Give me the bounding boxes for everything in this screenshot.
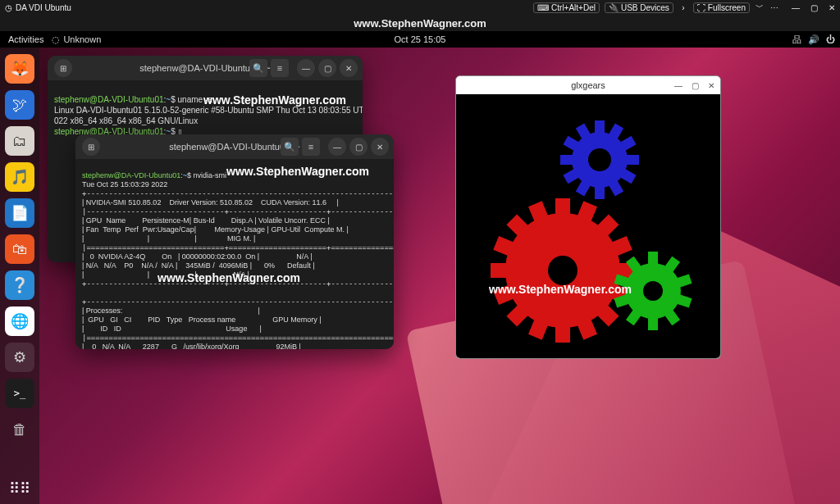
network-icon[interactable]: 品 [792, 34, 801, 46]
terminal-icon[interactable]: >_ [5, 379, 34, 408]
minimize-button[interactable]: — [791, 2, 801, 12]
watermark-text: www.StephenWagner.com [203, 95, 346, 106]
power-icon[interactable]: ⏻ [826, 34, 835, 44]
rhythmbox-icon[interactable]: 🎵 [5, 162, 34, 192]
firefox-icon[interactable]: 🦊 [5, 54, 34, 84]
glxgears-canvas: www.StephenWagner.com [456, 94, 720, 359]
fullscreen-button[interactable]: ⛶ Fullscreen [693, 2, 750, 13]
glxgears-window[interactable]: glxgears — ▢ ✕ [455, 75, 721, 359]
unknown-app-icon: ◌ [52, 34, 60, 45]
new-tab-button[interactable]: ⊞ [82, 138, 100, 156]
svg-point-4 [588, 148, 611, 171]
t2-close-button[interactable]: ✕ [371, 138, 389, 156]
system-tray[interactable]: 品 🔊 ⏻ [792, 34, 835, 46]
svg-point-10 [643, 281, 663, 301]
ctrl-alt-del-button[interactable]: ⌨ Ctrl+Alt+Del [533, 2, 600, 13]
red-gear-icon [491, 198, 635, 343]
blue-gear-icon [560, 120, 639, 199]
horizon-tab-title: DA VDI Ubuntu [16, 3, 71, 12]
chevron-right-icon[interactable]: › [678, 2, 688, 12]
thunderbird-icon[interactable]: 🕊 [5, 90, 34, 120]
svg-point-7 [548, 256, 578, 285]
t1-close-button[interactable]: ✕ [340, 59, 358, 77]
glx-minimize-button[interactable]: — [673, 79, 684, 91]
t2-minimize-button[interactable]: — [328, 138, 346, 156]
activities-button[interactable]: Activities [0, 34, 52, 44]
dock: 🦊 🕊 🗂 🎵 📄 🛍 ❔ 🌐 ⚙ >_ 🗑 ⠿⠿ [0, 48, 39, 504]
files-icon[interactable]: 🗂 [5, 126, 34, 156]
terminal1-titlebar[interactable]: ⊞ stephenw@DA-VDI-Ubuntu01: ~ 🔍 ≡ — ▢ ✕ [48, 56, 363, 80]
trash-icon[interactable]: 🗑 [5, 415, 34, 444]
search-icon[interactable]: 🔍 [249, 59, 267, 77]
t1-minimize-button[interactable]: — [297, 59, 315, 77]
t1-maximize-button[interactable]: ▢ [318, 59, 336, 77]
help-icon[interactable]: ❔ [5, 270, 34, 300]
header-watermark: www.StephenWagner.com [0, 15, 840, 31]
ubuntu-icon: ◷ [5, 3, 12, 12]
settings-icon[interactable]: ⚙ [5, 343, 34, 372]
chevron-down-icon[interactable]: ﹀ [755, 2, 765, 12]
volume-icon[interactable]: 🔊 [808, 34, 819, 45]
terminal2-titlebar[interactable]: ⊞ stephenw@DA-VDI-Ubuntu01: ~ 🔍 ≡ — ▢ ✕ [75, 134, 394, 159]
software-icon[interactable]: 🛍 [5, 234, 34, 264]
new-tab-button[interactable]: ⊞ [54, 59, 72, 77]
search-icon[interactable]: 🔍 [281, 138, 299, 156]
horizon-tab[interactable]: ◷ DA VDI Ubuntu [0, 2, 76, 14]
chrome-icon[interactable]: 🌐 [5, 306, 34, 336]
svg-rect-6 [555, 198, 570, 218]
writer-icon[interactable]: 📄 [5, 198, 34, 228]
clock[interactable]: Oct 25 15:05 [395, 34, 446, 44]
terminal2-body[interactable]: stephenw@DA-VDI-Ubuntu01:~$ nvidia-smi T… [75, 159, 394, 349]
show-apps-button[interactable]: ⠿⠿ [9, 479, 30, 497]
close-button[interactable]: ✕ [827, 2, 837, 12]
more-icon[interactable]: ⋯ [769, 2, 779, 12]
terminal-window-2[interactable]: ⊞ stephenw@DA-VDI-Ubuntu01: ~ 🔍 ≡ — ▢ ✕ … [75, 134, 394, 349]
t2-maximize-button[interactable]: ▢ [349, 138, 368, 156]
glxgears-titlebar[interactable]: glxgears — ▢ ✕ [456, 76, 720, 94]
hamburger-icon[interactable]: ≡ [302, 138, 320, 156]
maximize-button[interactable]: ▢ [809, 2, 819, 12]
svg-rect-3 [595, 120, 605, 135]
svg-rect-9 [648, 252, 658, 266]
gnome-top-panel: Activities ◌ Unknown Oct 25 15:05 品 🔊 ⏻ [0, 31, 840, 48]
window-controls: — ▢ ✕ [791, 2, 837, 12]
glxgears-title: glxgears [571, 80, 605, 90]
watermark-text: www.StephenWagner.com [226, 167, 369, 176]
focused-app-indicator[interactable]: ◌ Unknown [52, 34, 101, 45]
glx-close-button[interactable]: ✕ [705, 79, 717, 91]
horizon-client-bar: ◷ DA VDI Ubuntu ⌨ Ctrl+Alt+Del 🔌 USB Dev… [0, 0, 840, 15]
hamburger-icon[interactable]: ≡ [271, 59, 289, 77]
usb-devices-button[interactable]: 🔌 USB Devices [605, 2, 673, 13]
glx-maximize-button[interactable]: ▢ [689, 79, 701, 91]
